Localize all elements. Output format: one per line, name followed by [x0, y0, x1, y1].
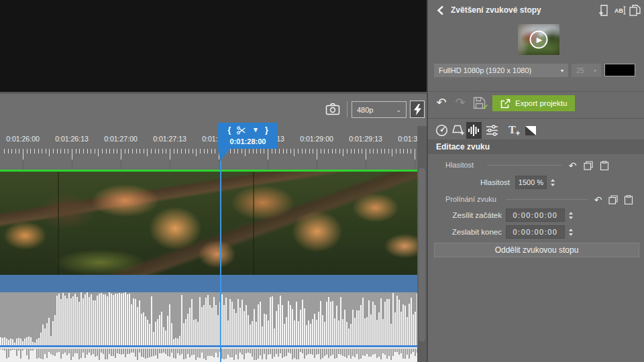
waveform-bar	[76, 297, 78, 345]
stepper-up-icon[interactable]	[569, 229, 573, 231]
tab-add-text[interactable]: T	[506, 123, 522, 138]
timeline-scrollbar-thumb[interactable]	[419, 168, 425, 342]
strip-waveform-bar	[270, 349, 271, 354]
strip-waveform-bar	[181, 349, 182, 354]
fade-reset-button[interactable]: ↶	[592, 194, 604, 205]
strip-waveform-bar	[246, 349, 247, 353]
ruler-tick	[30, 149, 31, 154]
fps-select[interactable]: 25 ▾	[572, 64, 601, 77]
ruler-tick	[72, 149, 72, 160]
ruler-tick	[354, 149, 355, 154]
background-color-swatch[interactable]	[604, 64, 635, 76]
playhead-flag[interactable]: { ▼ } 0:01:28:00	[218, 123, 278, 149]
fade-paste-button[interactable]	[623, 194, 634, 205]
strip-waveform-bar	[30, 349, 32, 351]
fade-in-input[interactable]: 0:00:00:00	[506, 208, 565, 222]
audio-waveform[interactable]	[0, 292, 417, 345]
secondary-waveform-strip[interactable]	[0, 347, 417, 362]
stepper-down-icon[interactable]	[569, 217, 573, 219]
trim-start-brace[interactable]: {	[227, 126, 231, 134]
timeline-ruler[interactable]: 0:01:26:000:01:26:130:01:27:000:01:27:13…	[0, 126, 417, 170]
tab-speed[interactable]	[434, 123, 449, 138]
strip-waveform-bar	[147, 349, 148, 358]
clip-thumbnail[interactable]: ▶	[518, 24, 559, 55]
waveform-bar	[135, 299, 136, 345]
scissors-icon[interactable]	[237, 126, 246, 135]
strip-waveform-bar	[6, 349, 7, 359]
tab-transform[interactable]	[450, 123, 466, 138]
waveform-bar	[24, 339, 25, 345]
volume-stepper[interactable]	[549, 176, 556, 189]
waveform-bar	[30, 337, 32, 345]
duplicate-project-button[interactable]	[629, 4, 641, 17]
waveform-bar	[20, 339, 21, 345]
stepper-down-icon[interactable]	[551, 184, 555, 186]
waveform-bar	[40, 333, 42, 345]
strip-waveform-bar	[286, 349, 287, 356]
strip-waveform-bar	[360, 349, 362, 359]
separate-audio-button[interactable]: Oddělit zvukovou stopu	[434, 243, 639, 257]
strip-waveform-bar	[233, 349, 235, 360]
transition-icon	[525, 125, 537, 136]
stepper-down-icon[interactable]	[569, 233, 573, 236]
add-project-button[interactable]	[598, 4, 610, 17]
export-project-button[interactable]: Export projektu	[492, 95, 575, 111]
waveform-bar	[221, 294, 223, 345]
waveform-bar	[87, 292, 88, 345]
volume-reset-button[interactable]: ↶	[567, 160, 578, 171]
resolution-select[interactable]: FullHD 1080p (1920 x 1080) ▾	[434, 64, 568, 77]
waveform-bar	[292, 309, 293, 345]
tab-transition[interactable]	[523, 123, 538, 138]
ruler-tick	[264, 149, 264, 154]
strip-waveform-bar	[290, 349, 291, 353]
video-preview-area[interactable]	[0, 0, 427, 92]
back-button[interactable]	[433, 3, 447, 17]
save-button[interactable]: ✓	[471, 95, 487, 111]
fade-out-stepper[interactable]	[567, 225, 574, 239]
trim-end-brace[interactable]: }	[265, 126, 268, 134]
marker-triangle-icon[interactable]: ▼	[252, 127, 259, 133]
undo-button[interactable]: ↶	[433, 95, 449, 111]
tab-audio[interactable]	[466, 122, 482, 139]
snapshot-button[interactable]	[321, 99, 343, 119]
waveform-bar	[338, 320, 339, 345]
stepper-up-icon[interactable]	[569, 212, 573, 215]
strip-waveform-bar	[14, 349, 15, 350]
strip-waveform-bar	[336, 349, 337, 358]
preview-quality-select[interactable]: 480p ⌄	[352, 101, 407, 118]
waveform-bar	[141, 314, 142, 345]
waveform-bar	[264, 314, 265, 345]
audio-track-header-bar[interactable]	[0, 275, 417, 292]
ruler-tick	[373, 149, 374, 154]
ruler-tick	[196, 149, 197, 156]
timeline-scrollbar[interactable]	[417, 126, 427, 362]
strip-waveform-bar	[217, 349, 219, 357]
rename-button[interactable]: AB	[614, 4, 627, 17]
ruler-gridline	[268, 160, 268, 170]
fade-out-input[interactable]: 0:00:00:00	[506, 225, 565, 239]
hardware-acceleration-button[interactable]	[410, 101, 425, 118]
waveform-bar	[131, 304, 132, 345]
strip-waveform-bar	[74, 349, 76, 353]
playhead-line[interactable]	[220, 161, 221, 362]
waveform-bar	[354, 318, 356, 345]
waveform-bar	[181, 295, 182, 345]
fade-in-stepper[interactable]	[567, 208, 574, 222]
waveform-bar	[50, 336, 52, 345]
play-icon[interactable]: ▶	[530, 31, 548, 49]
redo-button[interactable]: ↷	[452, 95, 468, 111]
ruler-tick	[400, 149, 400, 154]
volume-input[interactable]: 1500 %	[515, 176, 547, 189]
stepper-up-icon[interactable]	[551, 179, 555, 182]
video-track-clip[interactable]	[0, 172, 417, 275]
volume-copy-button[interactable]	[582, 160, 594, 171]
volume-paste-button[interactable]	[598, 160, 610, 171]
ruler-tick	[283, 149, 284, 154]
ruler-tick	[27, 149, 28, 154]
waveform-bar	[215, 305, 217, 345]
tab-equalizer[interactable]	[484, 123, 500, 138]
fade-copy-button[interactable]	[607, 194, 619, 205]
strip-waveform-bar	[378, 349, 380, 357]
ruler-tick	[15, 149, 16, 154]
waveform-bar	[209, 305, 211, 345]
